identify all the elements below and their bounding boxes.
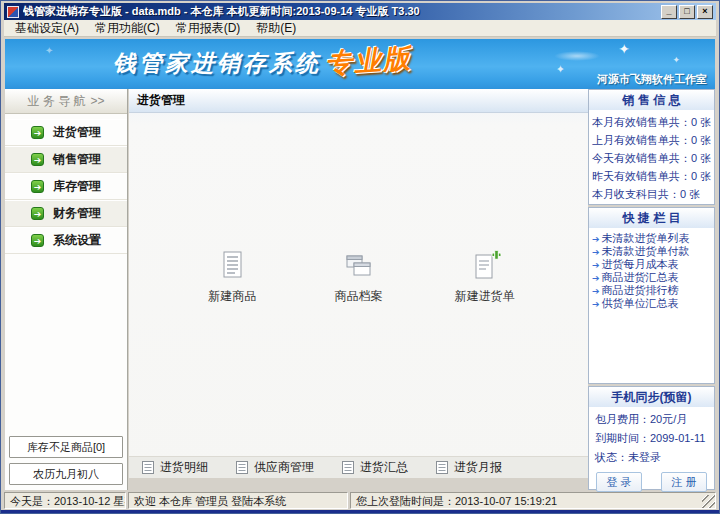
window-bottom-frame xyxy=(1,510,719,513)
sidebar-item-label: 库存管理 xyxy=(53,178,101,195)
sidebar-collapse-arrows[interactable]: >> xyxy=(91,94,105,108)
sales-info-line: 本月收支科目共：0 张 xyxy=(592,185,711,203)
sidebar-item-inventory-mgmt[interactable]: ➔ 库存管理 xyxy=(5,173,127,200)
sparkle-icon: ✦ xyxy=(672,55,680,65)
blue-arrow-icon: ➔ xyxy=(592,260,600,270)
document-icon xyxy=(142,461,154,474)
quick-link-label: 进货每月成本表 xyxy=(602,258,679,270)
banner-edition-label: 专业版 xyxy=(324,40,413,82)
quick-links-header: 快 捷 栏 目 xyxy=(589,208,714,228)
tab-purchase-monthly-report[interactable]: 进货月报 xyxy=(436,459,502,476)
banner-studio-name: 河源市飞翔软件工作室 xyxy=(597,72,707,87)
sidebar-item-sales-mgmt[interactable]: ➔ 销售管理 xyxy=(5,146,127,173)
sidebar-item-label: 财务管理 xyxy=(53,205,101,222)
sales-info-line: 昨天有效销售单共：0 张 xyxy=(592,167,711,185)
sidebar-item-finance-mgmt[interactable]: ➔ 财务管理 xyxy=(5,200,127,227)
status-last-login-text: 您上次登陆时间是：2013-10-07 15:19:21 xyxy=(356,495,557,507)
document-icon xyxy=(236,461,248,474)
lunar-date-button[interactable]: 农历九月初八 xyxy=(9,463,123,485)
sidebar-item-label: 进货管理 xyxy=(53,124,101,141)
quick-link-monthly-cost-report[interactable]: ➔进货每月成本表 xyxy=(592,258,711,271)
expiry-label: 到期时间： xyxy=(595,432,650,444)
minimize-button[interactable]: _ xyxy=(661,5,677,19)
shortcut-label: 商品档案 xyxy=(315,288,401,305)
sales-info-line: 本月有效销售单共：0 张 xyxy=(592,113,711,131)
quick-link-label: 未清款进货单付款 xyxy=(602,245,690,257)
shortcut-new-product[interactable]: 新建商品 xyxy=(189,249,275,305)
mobile-status-line: 状态：未登录 xyxy=(595,448,708,467)
content-area: 业 务 导 航 >> ➔ 进货管理 ➔ 销售管理 ➔ 库存管理 ➔ 财 xyxy=(5,89,715,490)
resize-grip[interactable] xyxy=(702,495,715,508)
quick-link-unpaid-purchase-payment[interactable]: ➔未清款进货单付款 xyxy=(592,245,711,258)
mobile-expiry-line: 到期时间：2099-01-11 xyxy=(595,429,708,448)
shortcut-new-purchase-order[interactable]: 新建进货单 xyxy=(442,249,528,305)
tab-purchase-detail[interactable]: 进货明细 xyxy=(142,459,208,476)
close-button[interactable]: × xyxy=(697,5,713,19)
low-stock-products-button[interactable]: 库存不足商品[0] xyxy=(9,436,123,458)
menu-item-common-functions[interactable]: 常用功能(C) xyxy=(88,19,167,38)
shortcut-label: 新建商品 xyxy=(189,288,275,305)
blue-arrow-icon: ➔ xyxy=(592,273,600,283)
status-bar: 今天是：2013-10-12 星期六 欢迎 本仓库 管理员 登陆本系统 您上次登… xyxy=(4,492,716,509)
tab-purchase-summary[interactable]: 进货汇总 xyxy=(342,459,408,476)
blue-arrow-icon: ➔ xyxy=(592,286,600,296)
sidebar-item-system-settings[interactable]: ➔ 系统设置 xyxy=(5,227,127,254)
sales-line-label: 今天有效销售单共： xyxy=(592,152,691,164)
quick-link-label: 商品进货汇总表 xyxy=(602,271,679,283)
shortcut-product-archive[interactable]: 商品档案 xyxy=(315,249,401,305)
sales-line-label: 昨天有效销售单共： xyxy=(592,170,691,182)
fee-value: 20元/月 xyxy=(650,413,687,425)
sidebar-header: 业 务 导 航 >> xyxy=(5,89,127,114)
menu-item-help[interactable]: 帮助(E) xyxy=(249,19,303,38)
new-purchase-order-icon xyxy=(442,249,528,285)
menu-bar: 基础设定(A) 常用功能(C) 常用报表(D) 帮助(E) xyxy=(4,20,716,37)
status-last-login: 您上次登陆时间是：2013-10-07 15:19:21 xyxy=(350,492,716,509)
quick-link-unpaid-purchase-list[interactable]: ➔未清款进货单列表 xyxy=(592,232,711,245)
right-panel: 销 售 信 息 本月有效销售单共：0 张 上月有效销售单共：0 张 今天有效销售… xyxy=(588,89,715,490)
sparkle-icon: ✦ xyxy=(45,45,53,56)
document-icon xyxy=(342,461,354,474)
sales-line-value: 0 张 xyxy=(691,152,711,164)
mobile-fee-line: 包月费用：20元/月 xyxy=(595,410,708,429)
login-button[interactable]: 登 录 xyxy=(596,472,642,492)
maximize-button[interactable]: □ xyxy=(679,5,695,19)
tab-label: 供应商管理 xyxy=(254,459,314,476)
quick-link-product-purchase-ranking[interactable]: ➔商品进货排行榜 xyxy=(592,284,711,297)
menu-item-basic-settings[interactable]: 基础设定(A) xyxy=(8,19,86,38)
sales-line-label: 本月有效销售单共： xyxy=(592,116,691,128)
sidebar-item-label: 销售管理 xyxy=(53,151,101,168)
status-label: 状态： xyxy=(595,451,628,463)
sparkle-icon: ✦ xyxy=(618,41,630,57)
sidebar-nav-list: ➔ 进货管理 ➔ 销售管理 ➔ 库存管理 ➔ 财务管理 ➔ 系统设置 xyxy=(5,119,127,254)
green-arrow-icon: ➔ xyxy=(31,234,44,247)
product-archive-icon xyxy=(315,249,401,285)
quick-link-product-purchase-summary[interactable]: ➔商品进货汇总表 xyxy=(592,271,711,284)
document-icon xyxy=(436,461,448,474)
sales-line-label: 本月收支科目共： xyxy=(592,188,680,200)
green-arrow-icon: ➔ xyxy=(31,180,44,193)
tab-supplier-mgmt[interactable]: 供应商管理 xyxy=(236,459,314,476)
main-panel: 进货管理 新建商品 xyxy=(129,89,588,478)
sidebar-item-purchase-mgmt[interactable]: ➔ 进货管理 xyxy=(5,119,127,146)
sparkle-glow-decoration xyxy=(554,51,600,61)
register-button[interactable]: 注 册 xyxy=(661,472,707,492)
quick-link-label: 商品进货排行榜 xyxy=(602,284,679,296)
blue-arrow-icon: ➔ xyxy=(592,299,600,309)
sales-line-value: 0 张 xyxy=(680,188,700,200)
fee-label: 包月费用： xyxy=(595,413,650,425)
tab-label: 进货汇总 xyxy=(360,459,408,476)
sales-line-value: 0 张 xyxy=(691,134,711,146)
status-today: 今天是：2013-10-12 星期六 xyxy=(4,492,126,509)
app-icon xyxy=(7,6,19,18)
quick-link-label: 供货单位汇总表 xyxy=(602,297,679,309)
main-panel-title: 进货管理 xyxy=(129,89,588,113)
quick-link-supplier-summary[interactable]: ➔供货单位汇总表 xyxy=(592,297,711,310)
banner: 钱管家进销存系统 专业版 ✦ ✦ ✦ ✦ 河源市飞翔软件工作室 xyxy=(5,39,715,89)
sales-info-line: 上月有效销售单共：0 张 xyxy=(592,131,711,149)
tab-label: 进货月报 xyxy=(454,459,502,476)
menu-item-common-reports[interactable]: 常用报表(D) xyxy=(169,19,248,38)
mobile-sync-box: 手机同步(预留) 包月费用：20元/月 到期时间：2099-01-11 状态：未… xyxy=(588,386,715,490)
mobile-sync-header: 手机同步(预留) xyxy=(589,387,714,407)
quick-link-label: 未清款进货单列表 xyxy=(602,232,690,244)
title-bar: 钱管家进销存专业版 - data.mdb - 本仓库 本机更新时间:2013-0… xyxy=(4,3,716,20)
